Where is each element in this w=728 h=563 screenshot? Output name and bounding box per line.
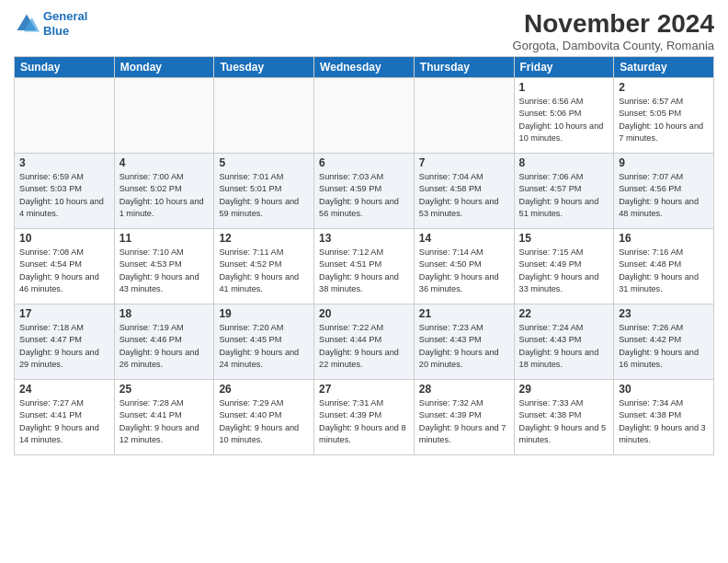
logo-text: General Blue [43, 9, 87, 38]
day-info: Sunrise: 7:26 AM Sunset: 4:42 PM Dayligh… [619, 322, 709, 371]
table-row: 3Sunrise: 6:59 AM Sunset: 5:03 PM Daylig… [15, 154, 115, 229]
day-number: 4 [119, 156, 210, 169]
day-number: 3 [19, 156, 109, 169]
table-row: 22Sunrise: 7:24 AM Sunset: 4:43 PM Dayli… [514, 304, 614, 380]
table-row [114, 78, 214, 154]
day-number: 16 [619, 232, 709, 245]
day-info: Sunrise: 7:22 AM Sunset: 4:44 PM Dayligh… [319, 322, 409, 371]
day-info: Sunrise: 6:56 AM Sunset: 5:06 PM Dayligh… [519, 96, 609, 144]
day-info: Sunrise: 7:31 AM Sunset: 4:39 PM Dayligh… [319, 397, 409, 446]
col-tuesday: Tuesday [214, 57, 314, 78]
table-row: 17Sunrise: 7:18 AM Sunset: 4:47 PM Dayli… [15, 304, 115, 380]
day-info: Sunrise: 7:33 AM Sunset: 4:38 PM Dayligh… [519, 397, 609, 446]
day-number: 12 [219, 232, 309, 245]
day-info: Sunrise: 7:20 AM Sunset: 4:45 PM Dayligh… [219, 322, 309, 371]
calendar-week-row: 3Sunrise: 6:59 AM Sunset: 5:03 PM Daylig… [15, 154, 714, 229]
day-number: 5 [219, 156, 309, 169]
day-info: Sunrise: 7:03 AM Sunset: 4:59 PM Dayligh… [319, 171, 409, 220]
calendar-week-row: 10Sunrise: 7:08 AM Sunset: 4:54 PM Dayli… [15, 229, 714, 304]
day-info: Sunrise: 7:23 AM Sunset: 4:43 PM Dayligh… [419, 322, 509, 371]
table-row: 1Sunrise: 6:56 AM Sunset: 5:06 PM Daylig… [514, 78, 614, 154]
table-row: 18Sunrise: 7:19 AM Sunset: 4:46 PM Dayli… [114, 304, 214, 380]
logo: General Blue [14, 9, 87, 38]
day-info: Sunrise: 7:29 AM Sunset: 4:40 PM Dayligh… [219, 397, 309, 446]
table-row: 8Sunrise: 7:06 AM Sunset: 4:57 PM Daylig… [514, 154, 614, 229]
day-info: Sunrise: 7:01 AM Sunset: 5:01 PM Dayligh… [219, 171, 309, 220]
day-number: 24 [19, 383, 109, 396]
day-number: 9 [619, 156, 709, 169]
day-number: 27 [319, 383, 409, 396]
day-info: Sunrise: 7:07 AM Sunset: 4:56 PM Dayligh… [619, 171, 709, 220]
table-row: 26Sunrise: 7:29 AM Sunset: 4:40 PM Dayli… [214, 380, 314, 455]
day-info: Sunrise: 7:04 AM Sunset: 4:58 PM Dayligh… [419, 171, 509, 220]
day-info: Sunrise: 7:10 AM Sunset: 4:53 PM Dayligh… [119, 247, 210, 295]
table-row: 20Sunrise: 7:22 AM Sunset: 4:44 PM Dayli… [314, 304, 415, 380]
day-number: 11 [119, 232, 210, 245]
day-info: Sunrise: 6:59 AM Sunset: 5:03 PM Dayligh… [19, 171, 109, 220]
table-row: 30Sunrise: 7:34 AM Sunset: 4:38 PM Dayli… [614, 380, 714, 455]
table-row: 4Sunrise: 7:00 AM Sunset: 5:02 PM Daylig… [114, 154, 214, 229]
calendar-header-row: Sunday Monday Tuesday Wednesday Thursday… [15, 57, 714, 78]
day-number: 18 [119, 307, 210, 320]
calendar-week-row: 24Sunrise: 7:27 AM Sunset: 4:41 PM Dayli… [15, 380, 714, 455]
day-number: 20 [319, 307, 409, 320]
day-info: Sunrise: 7:14 AM Sunset: 4:50 PM Dayligh… [419, 247, 509, 295]
month-title: November 2024 [513, 9, 714, 39]
day-number: 1 [519, 81, 609, 94]
table-row [15, 78, 115, 154]
col-monday: Monday [114, 57, 214, 78]
table-row [414, 78, 514, 154]
table-row: 12Sunrise: 7:11 AM Sunset: 4:52 PM Dayli… [214, 229, 314, 304]
logo-line2: Blue [43, 24, 69, 38]
calendar-week-row: 17Sunrise: 7:18 AM Sunset: 4:47 PM Dayli… [15, 304, 714, 380]
day-info: Sunrise: 7:11 AM Sunset: 4:52 PM Dayligh… [219, 247, 309, 295]
day-info: Sunrise: 7:06 AM Sunset: 4:57 PM Dayligh… [519, 171, 609, 220]
title-block: November 2024 Gorgota, Dambovita County,… [513, 9, 714, 52]
table-row: 19Sunrise: 7:20 AM Sunset: 4:45 PM Dayli… [214, 304, 314, 380]
day-info: Sunrise: 7:16 AM Sunset: 4:48 PM Dayligh… [619, 247, 709, 295]
location-subtitle: Gorgota, Dambovita County, Romania [513, 39, 714, 52]
col-thursday: Thursday [414, 57, 514, 78]
table-row: 9Sunrise: 7:07 AM Sunset: 4:56 PM Daylig… [614, 154, 714, 229]
day-number: 26 [219, 383, 309, 396]
day-info: Sunrise: 7:12 AM Sunset: 4:51 PM Dayligh… [319, 247, 409, 295]
table-row: 21Sunrise: 7:23 AM Sunset: 4:43 PM Dayli… [414, 304, 514, 380]
day-number: 7 [419, 156, 509, 169]
day-number: 28 [419, 383, 509, 396]
day-info: Sunrise: 7:19 AM Sunset: 4:46 PM Dayligh… [119, 322, 210, 371]
day-number: 29 [519, 383, 609, 396]
day-info: Sunrise: 7:24 AM Sunset: 4:43 PM Dayligh… [519, 322, 609, 371]
table-row: 24Sunrise: 7:27 AM Sunset: 4:41 PM Dayli… [15, 380, 115, 455]
day-number: 23 [619, 307, 709, 320]
table-row: 2Sunrise: 6:57 AM Sunset: 5:05 PM Daylig… [614, 78, 714, 154]
table-row: 7Sunrise: 7:04 AM Sunset: 4:58 PM Daylig… [414, 154, 514, 229]
day-info: Sunrise: 7:32 AM Sunset: 4:39 PM Dayligh… [419, 397, 509, 446]
day-number: 2 [619, 81, 709, 94]
day-number: 13 [319, 232, 409, 245]
page-container: General Blue November 2024 Gorgota, Damb… [0, 0, 728, 460]
day-info: Sunrise: 7:08 AM Sunset: 4:54 PM Dayligh… [19, 247, 109, 295]
calendar-week-row: 1Sunrise: 6:56 AM Sunset: 5:06 PM Daylig… [15, 78, 714, 154]
day-info: Sunrise: 7:34 AM Sunset: 4:38 PM Dayligh… [619, 397, 709, 446]
day-number: 22 [519, 307, 609, 320]
table-row: 25Sunrise: 7:28 AM Sunset: 4:41 PM Dayli… [114, 380, 214, 455]
table-row: 5Sunrise: 7:01 AM Sunset: 5:01 PM Daylig… [214, 154, 314, 229]
col-wednesday: Wednesday [314, 57, 415, 78]
table-row: 13Sunrise: 7:12 AM Sunset: 4:51 PM Dayli… [314, 229, 415, 304]
table-row: 23Sunrise: 7:26 AM Sunset: 4:42 PM Dayli… [614, 304, 714, 380]
day-info: Sunrise: 7:18 AM Sunset: 4:47 PM Dayligh… [19, 322, 109, 371]
col-sunday: Sunday [15, 57, 115, 78]
day-number: 25 [119, 383, 210, 396]
table-row: 14Sunrise: 7:14 AM Sunset: 4:50 PM Dayli… [414, 229, 514, 304]
day-info: Sunrise: 7:27 AM Sunset: 4:41 PM Dayligh… [19, 397, 109, 446]
table-row: 11Sunrise: 7:10 AM Sunset: 4:53 PM Dayli… [114, 229, 214, 304]
day-info: Sunrise: 7:28 AM Sunset: 4:41 PM Dayligh… [119, 397, 210, 446]
table-row: 6Sunrise: 7:03 AM Sunset: 4:59 PM Daylig… [314, 154, 415, 229]
day-number: 10 [19, 232, 109, 245]
day-number: 21 [419, 307, 509, 320]
day-info: Sunrise: 6:57 AM Sunset: 5:05 PM Dayligh… [619, 96, 709, 144]
logo-line1: General [43, 9, 87, 23]
day-number: 6 [319, 156, 409, 169]
day-number: 14 [419, 232, 509, 245]
table-row: 29Sunrise: 7:33 AM Sunset: 4:38 PM Dayli… [514, 380, 614, 455]
